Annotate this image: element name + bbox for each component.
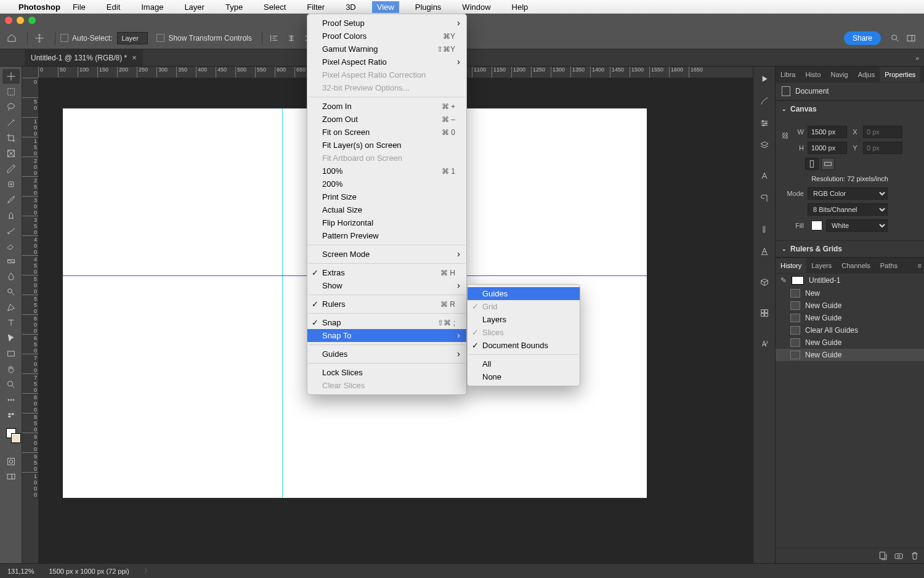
- 3d-panel-icon[interactable]: [756, 274, 773, 291]
- paragraph-panel-icon[interactable]: [756, 190, 773, 207]
- panel-tab-paths[interactable]: Paths: [875, 258, 902, 273]
- view-menu-lock-slices[interactable]: Lock Slices: [307, 366, 466, 379]
- fill-swatch[interactable]: [811, 221, 822, 230]
- history-item[interactable]: New Guide: [776, 349, 924, 361]
- view-menu-pattern-preview[interactable]: Pattern Preview: [307, 229, 466, 242]
- dodge-tool[interactable]: [2, 285, 20, 299]
- frame-tool[interactable]: [2, 146, 20, 161]
- layers-panel-icon[interactable]: [756, 137, 773, 154]
- type-tool[interactable]: [2, 315, 20, 330]
- snap-to-none[interactable]: None: [468, 370, 580, 383]
- auto-select-checkbox[interactable]: [60, 34, 68, 42]
- view-menu-snap[interactable]: ✓Snap⇧⌘ ;: [307, 316, 466, 329]
- eraser-tool[interactable]: [2, 238, 20, 253]
- history-item[interactable]: Clear All Guides: [776, 324, 924, 336]
- panel-tab-navig[interactable]: Navig: [826, 67, 853, 82]
- view-menu-gamut-warning[interactable]: Gamut Warning⇧⌘Y: [307, 43, 466, 55]
- glyphs-panel-icon2[interactable]: [756, 243, 773, 260]
- view-menu-fit-layer-s-on-screen[interactable]: Fit Layer(s) on Screen: [307, 139, 466, 152]
- history-item[interactable]: New Guide: [776, 299, 924, 312]
- guide-vertical[interactable]: [282, 108, 283, 498]
- view-menu-proof-colors[interactable]: Proof Colors⌘Y: [307, 30, 466, 43]
- new-snapshot-icon[interactable]: [893, 551, 904, 561]
- show-transform-checkbox[interactable]: [156, 34, 164, 42]
- view-menu-print-size[interactable]: Print Size: [307, 190, 466, 203]
- menu-image[interactable]: Image: [136, 1, 168, 13]
- bit-depth-dropdown[interactable]: 8 Bits/Channel: [808, 203, 888, 216]
- panel-tab-histo[interactable]: Histo: [800, 67, 825, 82]
- search-icon[interactable]: [887, 31, 903, 45]
- view-menu-extras[interactable]: ✓Extras⌘ H: [307, 266, 466, 279]
- tab-expand-icon[interactable]: »: [915, 54, 919, 62]
- view-menu-guides[interactable]: Guides: [307, 348, 466, 360]
- view-menu-pixel-aspect-ratio[interactable]: Pixel Aspect Ratio: [307, 55, 466, 68]
- pen-tool[interactable]: [2, 300, 20, 315]
- clone-stamp-tool[interactable]: [2, 208, 20, 222]
- blur-tool[interactable]: [2, 269, 20, 284]
- color-mode-dropdown[interactable]: RGB Color: [808, 187, 888, 200]
- close-tab-icon[interactable]: ×: [132, 53, 137, 62]
- orientation-portrait-button[interactable]: [805, 158, 819, 170]
- quick-mask-icon[interactable]: [2, 454, 20, 469]
- document-dims[interactable]: 1500 px x 1000 px (72 ppi): [49, 568, 129, 575]
- zoom-window-button[interactable]: [28, 17, 36, 24]
- move-tool[interactable]: [2, 69, 20, 84]
- view-menu-screen-mode[interactable]: Screen Mode: [307, 248, 466, 261]
- view-menu-zoom-out[interactable]: Zoom Out⌘ –: [307, 113, 466, 126]
- orientation-landscape-button[interactable]: [821, 158, 835, 170]
- hand-tool[interactable]: [2, 362, 20, 377]
- menu-plugins[interactable]: Plugins: [410, 1, 447, 13]
- panel-tab-history[interactable]: History: [776, 258, 806, 273]
- adjust-icon[interactable]: [756, 115, 773, 132]
- play-icon[interactable]: [756, 70, 773, 88]
- lasso-tool[interactable]: [2, 100, 20, 115]
- menu-help[interactable]: Help: [507, 1, 533, 13]
- marquee-tool[interactable]: [2, 84, 20, 99]
- brushes-icon[interactable]: [756, 92, 773, 110]
- panel-tab-properties[interactable]: Properties: [880, 67, 920, 82]
- swatches-panel-icon[interactable]: [756, 304, 773, 322]
- path-selection-tool[interactable]: [2, 331, 20, 346]
- view-menu-fit-on-screen[interactable]: Fit on Screen⌘ 0: [307, 126, 466, 139]
- crop-tool[interactable]: [2, 131, 20, 145]
- edit-toolbar-icon[interactable]: [2, 408, 20, 423]
- view-menu-show[interactable]: Show: [307, 279, 466, 292]
- view-menu-zoom-in[interactable]: Zoom In⌘ +: [307, 100, 466, 113]
- menu-3d[interactable]: 3D: [341, 1, 361, 13]
- history-item[interactable]: New Guide: [776, 336, 924, 349]
- fill-dropdown[interactable]: White: [826, 219, 888, 232]
- view-menu-snap-to[interactable]: Snap To: [307, 329, 466, 342]
- eyedropper-tool[interactable]: [2, 161, 20, 176]
- ruler-origin[interactable]: [22, 67, 38, 78]
- close-window-button[interactable]: [5, 17, 12, 24]
- align-left-icon[interactable]: [267, 31, 281, 45]
- menu-layer[interactable]: Layer: [179, 1, 209, 13]
- rectangle-tool[interactable]: [2, 346, 20, 361]
- canvas-width-field[interactable]: [808, 126, 847, 138]
- app-name[interactable]: Photoshop: [18, 2, 60, 12]
- history-brush-tool[interactable]: [2, 223, 20, 238]
- more-tools-icon[interactable]: [2, 393, 20, 407]
- history-item[interactable]: New Guide: [776, 312, 924, 324]
- align-center-h-icon[interactable]: [285, 31, 298, 45]
- menu-type[interactable]: Type: [221, 1, 248, 13]
- view-menu-rulers[interactable]: ✓Rulers⌘ R: [307, 298, 466, 311]
- glyphs-panel-icon1[interactable]: [756, 221, 773, 238]
- zoom-level[interactable]: 131,12%: [7, 568, 34, 575]
- view-menu-200-[interactable]: 200%: [307, 177, 466, 190]
- screen-mode-icon[interactable]: [2, 470, 20, 484]
- delete-state-icon[interactable]: [909, 551, 920, 561]
- magic-wand-tool[interactable]: [2, 115, 20, 130]
- gradient-tool[interactable]: [2, 254, 20, 269]
- zoom-tool[interactable]: [2, 377, 20, 392]
- home-icon[interactable]: [5, 31, 18, 45]
- share-button[interactable]: Share: [844, 31, 881, 45]
- view-menu-actual-size[interactable]: Actual Size: [307, 203, 466, 216]
- snap-to-layers[interactable]: Layers: [468, 313, 580, 326]
- type-styles-icon[interactable]: [756, 335, 773, 352]
- history-item[interactable]: New: [776, 287, 924, 299]
- menu-view[interactable]: View: [372, 1, 399, 13]
- panel-menu-icon[interactable]: ≡: [918, 262, 922, 269]
- workspace-icon[interactable]: [903, 31, 919, 45]
- snap-to-all[interactable]: All: [468, 357, 580, 370]
